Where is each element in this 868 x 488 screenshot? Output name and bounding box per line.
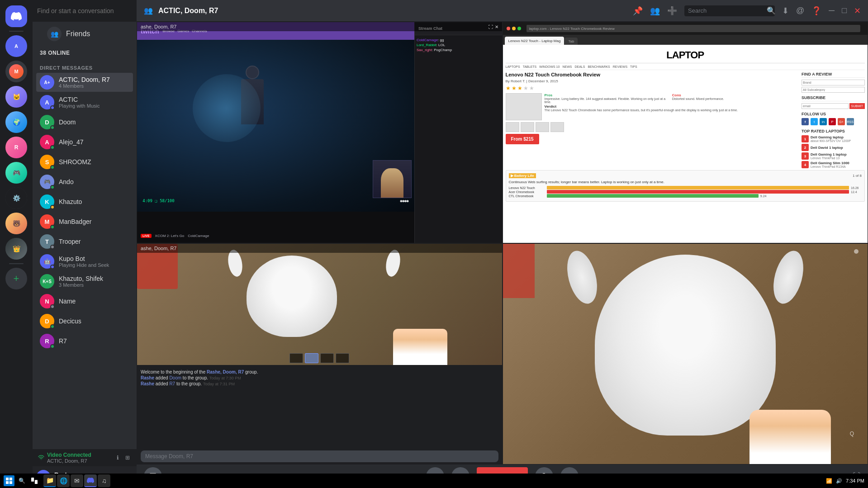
start-button[interactable]: [4, 475, 14, 486]
dm-item-trooper[interactable]: T Trooper: [36, 232, 133, 251]
dm-item-name[interactable]: N Name: [36, 292, 133, 311]
thumb-vid-1[interactable]: [289, 353, 303, 363]
nav-windows10[interactable]: WINDOWS 10: [539, 65, 560, 68]
dm-item-doom[interactable]: D Doom: [36, 113, 133, 132]
subscribe-email-input[interactable]: [802, 103, 849, 109]
close-button[interactable]: ✕: [854, 6, 861, 16]
browser-address-bar[interactable]: laptop.com - Lenovo N22 Touch Chromebook…: [526, 25, 861, 32]
maximize-button[interactable]: □: [842, 6, 847, 15]
taskbar-apps: 📁 🌐 ✉ ♫: [43, 474, 110, 487]
thumb-2[interactable]: [521, 122, 534, 132]
linkedin-icon[interactable]: in: [820, 118, 827, 125]
battery-bar-1-value: 16.26: [851, 186, 862, 190]
facebook-icon[interactable]: f: [802, 118, 809, 125]
review-date: By Robert T. | December 9, 2015: [506, 79, 558, 83]
browser-tab-active[interactable]: Lenovo N22 Touch - Laptop Mag: [505, 37, 564, 45]
server-icon-7[interactable]: ⚙️: [5, 187, 27, 209]
status-dot-kupo: [50, 265, 55, 269]
taskbar-network-icon[interactable]: 📶: [826, 478, 832, 484]
search-bar[interactable]: [33, 0, 137, 22]
server-icon-8[interactable]: 🐻: [5, 213, 27, 234]
subscribe-submit-button[interactable]: SUBMIT: [849, 103, 865, 109]
server-icon-2[interactable]: M: [5, 61, 27, 82]
taskbar-file-explorer[interactable]: 📁: [43, 474, 56, 487]
server-icon-6[interactable]: 🎮: [5, 162, 27, 184]
nav-laptops[interactable]: LAPTOPS: [506, 65, 520, 68]
taskbar-chrome[interactable]: 🌐: [57, 474, 70, 487]
nav-reviews[interactable]: REVIEWS: [613, 65, 627, 68]
search-input[interactable]: [37, 7, 132, 14]
video-cell-1-close[interactable]: ✕: [495, 24, 498, 29]
system-msg-2-added: Doom: [169, 375, 181, 380]
server-icon-3[interactable]: 🐱: [5, 86, 27, 108]
vc-expand-icon[interactable]: ⊞: [124, 454, 131, 461]
add-member-icon[interactable]: ➕: [667, 6, 677, 16]
pinterest-icon[interactable]: P: [829, 118, 836, 125]
thumb-1[interactable]: [506, 122, 519, 132]
server-icon-9[interactable]: 👑: [5, 238, 27, 260]
dm-item-actic[interactable]: A ACTIC Playing with Music: [36, 93, 133, 112]
help-icon[interactable]: ❓: [811, 6, 821, 16]
nav-deals[interactable]: DEALS: [574, 65, 585, 68]
rss-icon[interactable]: RSS: [847, 118, 854, 125]
taskbar-mail[interactable]: ✉: [71, 474, 83, 487]
nav-tablets[interactable]: TABLETS: [523, 65, 537, 68]
header-search-input[interactable]: [688, 7, 764, 14]
taskbar-spotify[interactable]: ♫: [98, 474, 110, 487]
dm-item-alejo47[interactable]: A Alejo_47: [36, 133, 133, 152]
system-msg-3-time: Today at 7:31 PM: [203, 382, 235, 386]
taskbar-volume-icon[interactable]: 🔊: [836, 478, 842, 484]
vc-info-icon[interactable]: ℹ: [114, 454, 121, 461]
find-review-brand-input[interactable]: [802, 80, 865, 85]
minimize-button[interactable]: ─: [829, 6, 835, 15]
dm-item-decicus[interactable]: D Decicus: [36, 312, 133, 331]
google-icon[interactable]: G+: [838, 118, 845, 125]
thumb-vid-4[interactable]: [336, 353, 349, 363]
task-view-button[interactable]: [29, 475, 40, 486]
thumb-3[interactable]: [536, 122, 549, 132]
download-icon[interactable]: ⬇: [782, 6, 789, 16]
webcam1-content: Welcome to the beginning of the Rashe, D…: [137, 244, 502, 464]
dm-item-ando[interactable]: 🎮 Ando: [36, 172, 133, 191]
thumb-vid-2-active[interactable]: [305, 353, 318, 363]
nav-benchmarks[interactable]: BENCHMARKS: [588, 65, 610, 68]
dm-item-khazuto-shifek[interactable]: K+S Khazuto, Shifek 3 Members: [36, 272, 133, 291]
video-cell-1-fullscreen[interactable]: ⛶: [489, 24, 493, 29]
find-review-subcat-input[interactable]: [802, 87, 865, 93]
search-taskbar-button[interactable]: 🔍: [16, 475, 27, 486]
cons-label: Cons: [672, 93, 798, 97]
dm-item-shroomz[interactable]: S SHROOMZ: [36, 152, 133, 171]
person-below: [393, 329, 447, 365]
discord-home-icon[interactable]: [5, 5, 27, 27]
pin-icon[interactable]: 📌: [633, 6, 643, 16]
friends-nav-item[interactable]: 👥 Friends: [40, 24, 129, 44]
nav-tips[interactable]: TIPS: [630, 65, 637, 68]
mention-icon[interactable]: @: [796, 6, 804, 15]
from-price-button[interactable]: From $215: [506, 134, 539, 144]
header-search-box[interactable]: 🔍: [684, 5, 775, 16]
message-input-bar[interactable]: Message Doom, R7: [141, 450, 498, 462]
browser-tab-2[interactable]: Tab: [564, 38, 578, 45]
dm-item-manbadger[interactable]: M ManBadger: [36, 212, 133, 231]
header-search-icon: 🔍: [767, 6, 776, 15]
thumb-4[interactable]: [550, 122, 564, 132]
chat-msg-2-user: Lord_Rabbit: [417, 43, 436, 47]
dm-info-actic-doom-r7: ACTIC, Doom, R7 4 Members: [59, 76, 129, 89]
dm-item-kupo-bot[interactable]: 🤖 Kupo Bot Playing Hide and Seek: [36, 252, 133, 271]
nav-news[interactable]: NEWS: [562, 65, 572, 68]
dm-item-khazuto[interactable]: K Khazuto: [36, 192, 133, 211]
server-icon-4[interactable]: 🌍: [5, 111, 27, 133]
dm-item-actic-doom-r7[interactable]: A+ ACTIC, Doom, R7 4 Members: [36, 73, 133, 92]
add-server-button[interactable]: +: [5, 268, 27, 289]
taskbar-discord[interactable]: [84, 474, 97, 487]
status-dot-doom: [50, 125, 55, 130]
dm-item-r7[interactable]: R R7: [36, 332, 133, 351]
thumb-vid-3[interactable]: [320, 353, 334, 363]
members-icon[interactable]: 👥: [650, 6, 660, 16]
video-cell-webcam1: Welcome to the beginning of the Rashe, D…: [137, 243, 503, 465]
server-icon-1[interactable]: A: [5, 35, 27, 57]
star-4: ★: [523, 85, 528, 91]
twitter-icon[interactable]: t: [811, 118, 818, 125]
server-icon-5[interactable]: R: [5, 137, 27, 158]
subscribe-header: SUBSCRIBE: [802, 95, 865, 101]
